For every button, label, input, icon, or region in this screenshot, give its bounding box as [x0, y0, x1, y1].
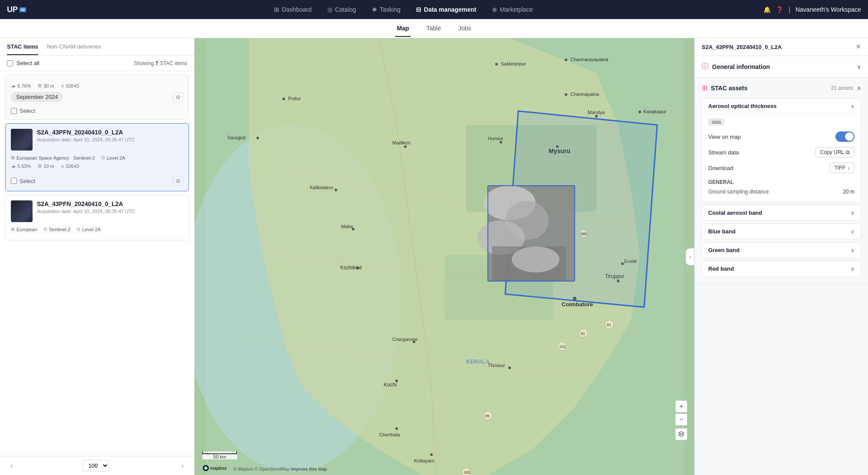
coastal-aerosol-title: Costal aerosol band — [708, 210, 762, 216]
aerosol-header[interactable]: Aerosol optical thickness ∧ — [702, 98, 861, 114]
date-badge: September 2024 — [11, 92, 63, 102]
item-separator — [11, 104, 183, 104]
tab-table[interactable]: Table — [425, 20, 442, 37]
green-band-header[interactable]: Green band ∨ — [702, 242, 861, 258]
tasking-icon: ❖ — [372, 6, 377, 13]
select-all-checkbox[interactable] — [7, 60, 13, 66]
nav-tasking-label: Tasking — [380, 6, 400, 13]
nav-dashboard[interactable]: ⊞ Dashboard — [268, 3, 318, 16]
zoom-in-btn[interactable]: + — [675, 400, 687, 413]
nav-marketplace[interactable]: ⊕ Marketplace — [486, 3, 539, 16]
level-label: Level 2A — [82, 227, 101, 232]
zoom-out-btn[interactable]: − — [675, 413, 687, 426]
svg-text:Thrissur: Thrissur — [488, 363, 505, 368]
data-badge: data — [708, 118, 724, 125]
scene-id-stat: ≡ 32643 — [61, 163, 79, 169]
list-item[interactable]: S2A_43PFN_20240410_0_L2A Acquisition dat… — [5, 195, 189, 240]
blue-band-section: Blue band ∨ — [702, 223, 861, 239]
general-info-title: General information — [712, 63, 770, 70]
svg-point-43 — [430, 453, 433, 456]
mapbox-logo-svg: mapbox — [202, 465, 228, 472]
aerosol-body: data View on map Stream data Copy — [702, 114, 861, 202]
stac-assets-section: ⊞ STAC assets 21 assets ∧ Aerosol optica… — [695, 78, 868, 285]
layers-btn[interactable] — [675, 428, 687, 440]
nav-tasking[interactable]: ❖ Tasking — [366, 3, 406, 16]
item-checkbox[interactable] — [11, 108, 17, 114]
svg-text:Madikeri: Madikeri — [393, 140, 411, 145]
list-item[interactable]: ☁ 6.76% ⊞ 30 m ≡ 32643 September 2024 ⊙ — [5, 75, 189, 120]
agency-tag: ⊞ European — [11, 226, 37, 232]
agency-label: European — [17, 227, 37, 232]
tab-non-cnam[interactable]: Non-CNAM deliveries — [47, 43, 101, 55]
grid-icon: ⊞ — [38, 163, 42, 169]
item-date: Acquisition date: April 10, 2024, 05:35:… — [37, 137, 183, 142]
svg-point-45 — [508, 367, 511, 369]
item-header: S2A_43PFN_20240410_0_L2A Acquisition dat… — [11, 200, 183, 222]
page-size-select[interactable]: 100 50 200 — [83, 460, 109, 472]
nav-data-management[interactable]: ⊟ Data management — [410, 3, 482, 16]
showing-text: Showing 7 STAC items — [134, 60, 187, 66]
svg-text:Hunsur: Hunsur — [488, 136, 504, 141]
improve-map-link[interactable]: Improve this map — [291, 467, 327, 472]
agency-icon: ⊞ — [11, 226, 15, 232]
tab-jobs[interactable]: Jobs — [456, 20, 473, 37]
accordion-left: ⓘ General information — [702, 62, 770, 71]
copy-url-btn[interactable]: Copy URL ⧉ — [815, 147, 855, 157]
sidebar-tabs: STAC items Non-CNAM deliveries — [0, 38, 194, 56]
coastal-aerosol-section: Costal aerosol band ∨ — [702, 205, 861, 221]
view-on-map-toggle[interactable] — [835, 131, 855, 142]
svg-text:Mahe: Mahe — [341, 224, 353, 229]
catalog-icon: ◎ — [327, 6, 333, 13]
app-logo: UP42 — [7, 5, 26, 14]
level-label: Level 2A — [107, 155, 125, 161]
right-panel-header: S2A_43PFN_20240410_0_L2A ✕ — [695, 38, 868, 56]
map-attribution: © Mapbox © OpenStreetMap Improve this ma… — [234, 467, 327, 472]
red-band-section: Red band ∨ — [702, 261, 861, 277]
sub-nav: Map Table Jobs — [0, 19, 868, 38]
nav-catalog[interactable]: ◎ Catalog — [321, 3, 362, 16]
satellite-tag: ⊙ Sentinel-2 — [43, 226, 71, 232]
cloud-icon: ☁ — [11, 83, 16, 88]
gsd-value: 20 m — [843, 189, 855, 195]
item-checkbox[interactable] — [11, 178, 17, 184]
sidebar-collapse-btn[interactable]: › — [686, 248, 694, 265]
tab-stac-items[interactable]: STAC items — [7, 43, 38, 55]
notification-icon[interactable]: 🔔 — [763, 6, 771, 13]
level-icon: ⊙ — [76, 226, 80, 232]
left-sidebar: STAC items Non-CNAM deliveries Select al… — [0, 38, 195, 475]
tiff-label: TIFF — [835, 165, 845, 171]
sidebar-footer: ‹ 100 50 200 › — [0, 456, 194, 475]
stac-assets-header[interactable]: ⊞ STAC assets 21 assets ∧ — [695, 78, 868, 98]
item-separator — [11, 172, 183, 173]
svg-text:Cherthala: Cherthala — [380, 432, 401, 437]
map-area[interactable]: Sakletshpur Channarayapatna Puttur Chann… — [195, 38, 694, 475]
close-panel-btn[interactable]: ✕ — [855, 43, 861, 50]
level-tag: ⊙ Level 2A — [101, 155, 125, 161]
red-band-header[interactable]: Red band ∨ — [702, 261, 861, 276]
item-meta: ⊞ European ⊙ Sentinel-2 ⊙ Level 2A — [11, 226, 183, 232]
agency-label: European Space Agency — [17, 155, 69, 161]
tab-map[interactable]: Map — [395, 20, 411, 37]
blue-band-header[interactable]: Blue band ∨ — [702, 224, 861, 239]
agency-icon: ⊞ — [11, 155, 15, 161]
list-item[interactable]: S2A_43PFN_20240410_0_L2A Acquisition dat… — [5, 123, 189, 191]
svg-text:Mandya: Mandya — [588, 110, 605, 115]
svg-point-16 — [257, 137, 259, 139]
coastal-aerosol-header[interactable]: Costal aerosol band ∨ — [702, 205, 861, 220]
svg-text:Cranganore: Cranganore — [393, 337, 418, 342]
svg-text:mapbox: mapbox — [210, 466, 227, 471]
dashboard-icon: ⊞ — [274, 6, 279, 13]
nav-marketplace-label: Marketplace — [500, 6, 533, 13]
svg-text:Kozhikod: Kozhikod — [340, 265, 362, 271]
item-copy-btn[interactable]: ⊙ — [173, 176, 183, 186]
prev-page-btn[interactable]: ‹ — [7, 460, 16, 472]
item-copy-btn[interactable]: ⊙ — [173, 92, 183, 102]
right-panel-content: ⓘ General information ∨ ⊞ STAC assets 21… — [695, 56, 868, 475]
help-icon[interactable]: ❓ — [776, 6, 783, 13]
sidebar-controls: Select all Showing 7 STAC items — [0, 56, 194, 71]
next-page-btn[interactable]: › — [178, 460, 187, 472]
thumb-image — [11, 129, 33, 151]
level-tag: ⊙ Level 2A — [76, 226, 101, 232]
general-info-header[interactable]: ⓘ General information ∨ — [695, 56, 868, 77]
tiff-download-btn[interactable]: TIFF ↓ — [830, 163, 855, 173]
